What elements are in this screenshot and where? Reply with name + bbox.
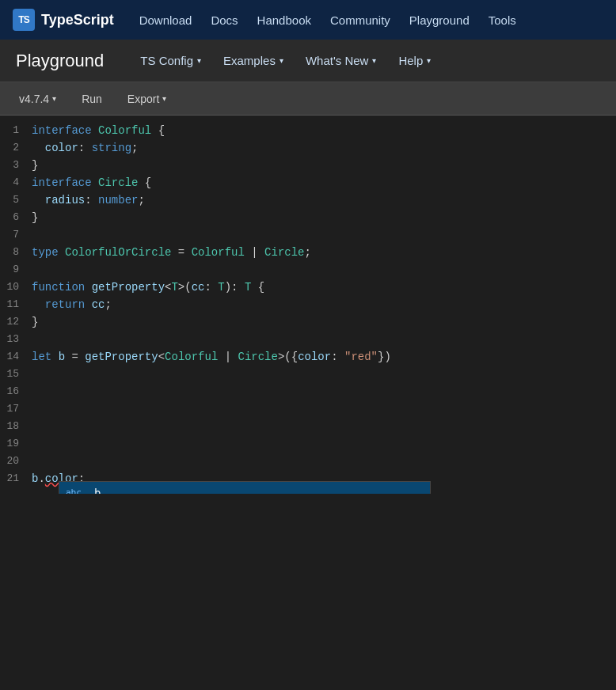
examples-dropdown[interactable]: Examples ▾ [212,47,295,74]
line-content [32,261,616,279]
code-line: 15 [0,366,616,383]
line-content [32,331,616,348]
line-content: } [32,209,616,226]
line-number: 11 [0,296,32,313]
run-button[interactable]: Run [69,89,115,108]
version-chevron-icon: ▾ [52,94,56,103]
line-number: 6 [0,209,32,226]
line-number: 7 [0,226,32,244]
line-content: radius: number; [32,191,616,209]
code-line: 6} [0,209,616,226]
code-line: 17 [0,400,616,418]
version-button[interactable]: v4.7.4 ▾ [13,89,63,108]
code-line: 7 [0,226,616,244]
autocomplete-item[interactable]: abcb [59,482,430,494]
nav-docs[interactable]: Docs [211,10,238,30]
tsconfig-dropdown[interactable]: TS Config ▾ [129,47,212,74]
code-line: 11 return cc; [0,296,616,313]
help-chevron-icon: ▾ [427,56,431,65]
line-content [32,226,616,244]
code-line: 8type ColorfulOrCircle = Colorful | Circ… [0,244,616,261]
autocomplete-item-icon: abc [66,484,88,494]
line-content: interface Circle { [32,174,616,191]
second-nav: Playground TS Config ▾ Examples ▾ What's… [0,40,616,82]
help-dropdown[interactable]: Help ▾ [387,47,442,74]
logo-title: TypeScript [41,12,114,28]
line-number: 16 [0,383,32,400]
line-number: 15 [0,366,32,383]
line-number: 13 [0,331,32,348]
line-number: 12 [0,313,32,331]
line-number: 8 [0,244,32,261]
line-content [32,383,616,400]
code-line: 1interface Colorful { [0,122,616,139]
code-line: 18 [0,418,616,435]
line-content [32,400,616,418]
nav-handbook[interactable]: Handbook [257,10,311,30]
autocomplete-dropdown[interactable]: abcbabcccabcCircleabcColorfulabcColorful… [59,481,431,494]
logo-link[interactable]: TS TypeScript [13,9,114,31]
line-number: 1 [0,122,32,139]
line-number: 4 [0,174,32,191]
line-number: 2 [0,139,32,157]
whats-new-dropdown[interactable]: What's New ▾ [295,47,388,74]
line-content: function getProperty<T>(cc: T): T { [32,279,616,296]
code-line: 16 [0,383,616,400]
line-number: 9 [0,261,32,279]
top-nav: TS TypeScript Download Docs Handbook Com… [0,0,616,40]
line-content: } [32,313,616,331]
code-line: 19 [0,435,616,453]
code-line: 20 [0,453,616,470]
line-number: 19 [0,435,32,453]
export-button[interactable]: Export ▾ [121,89,173,108]
line-number: 18 [0,418,32,435]
nav-tools[interactable]: Tools [489,10,516,30]
autocomplete-item-label: b [94,484,424,494]
code-line: 3} [0,157,616,174]
line-content: let b = getProperty<Colorful | Circle>({… [32,348,616,366]
line-content: return cc; [32,296,616,313]
line-number: 5 [0,191,32,209]
tsconfig-chevron-icon: ▾ [197,56,201,65]
line-content [32,366,616,383]
line-number: 21 [0,470,32,487]
line-number: 17 [0,400,32,418]
line-content [32,418,616,435]
export-chevron-icon: ▾ [162,94,166,103]
line-content [32,435,616,453]
nav-community[interactable]: Community [330,10,390,30]
whats-new-chevron-icon: ▾ [372,56,376,65]
nav-download[interactable]: Download [139,10,192,30]
code-line: 9 [0,261,616,279]
top-nav-links: Download Docs Handbook Community Playgro… [139,10,516,30]
line-number: 14 [0,348,32,366]
code-line: 12} [0,313,616,331]
nav-playground[interactable]: Playground [409,10,470,30]
third-nav: v4.7.4 ▾ Run Export ▾ [0,82,616,116]
code-line: 10function getProperty<T>(cc: T): T { [0,279,616,296]
line-number: 10 [0,279,32,296]
code-line: 5 radius: number; [0,191,616,209]
line-number: 20 [0,453,32,470]
line-content: interface Colorful { [32,122,616,139]
playground-title: Playground [16,51,104,71]
line-content [32,453,616,470]
line-content: } [32,157,616,174]
code-line: 2 color: string; [0,139,616,157]
line-number: 3 [0,157,32,174]
code-editor[interactable]: 1interface Colorful {2 color: string;3}4… [0,116,616,494]
code-line: 13 [0,331,616,348]
examples-chevron-icon: ▾ [279,56,283,65]
code-line: 4interface Circle { [0,174,616,191]
code-line: 14let b = getProperty<Colorful | Circle>… [0,348,616,366]
line-content: type ColorfulOrCircle = Colorful | Circl… [32,244,616,261]
line-content: color: string; [32,139,616,157]
ts-logo-icon: TS [13,9,35,31]
